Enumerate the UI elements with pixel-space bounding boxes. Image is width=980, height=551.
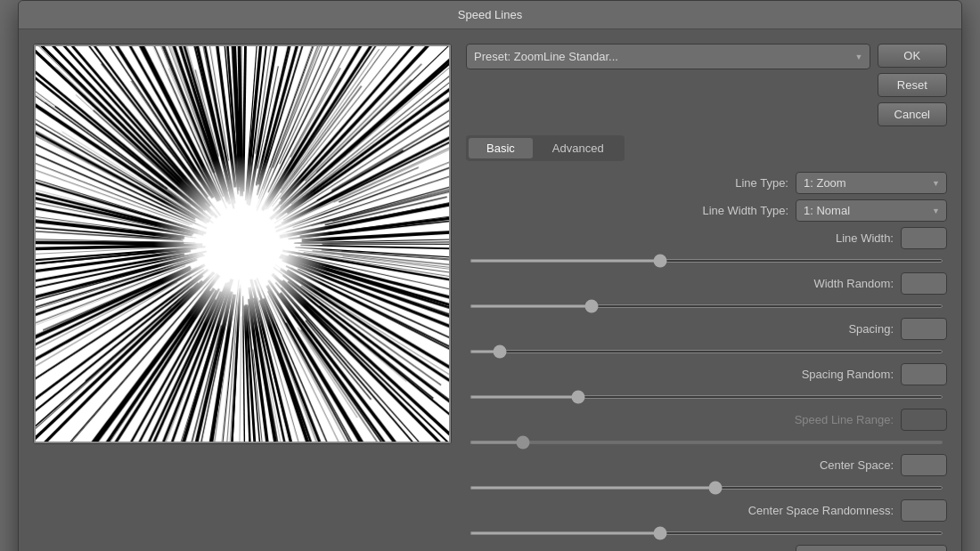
line-width-label: Line Width:: [769, 231, 894, 245]
reset-button[interactable]: Reset: [878, 73, 947, 97]
spacing-random-slider[interactable]: [470, 395, 943, 399]
action-buttons: OK Reset Cancel: [878, 44, 947, 126]
line-type-select[interactable]: 1: Zoom: [796, 172, 947, 194]
controls-panel: Preset: ZoomLine Standar... OK Reset Can…: [466, 44, 947, 551]
spacing-input[interactable]: 1: [901, 318, 947, 340]
speed-line-range-block: Speed Line Range: 5: [466, 409, 947, 452]
line-type-row: Line Type: 1: Zoom: [466, 172, 947, 194]
spacing-random-block: Spacing Random: 1.1: [466, 363, 947, 407]
width-random-input[interactable]: 12: [901, 272, 947, 295]
preset-select[interactable]: Preset: ZoomLine Standar...: [466, 44, 870, 69]
spacing-random-label: Spacing Random:: [769, 368, 894, 381]
speed-lines-dialog: Speed Lines Preset: ZoomLine Standar... …: [18, 0, 962, 551]
center-space-random-input[interactable]: 20.12: [901, 499, 947, 522]
width-random-label: Width Random:: [769, 277, 894, 290]
ok-button[interactable]: OK: [878, 44, 947, 68]
preview-zoom-row: Preview Zoom: 1/4: [466, 545, 947, 551]
line-width-type-row: Line Width Type: 1: Nomal: [466, 199, 947, 222]
tab-basic[interactable]: Basic: [469, 138, 533, 158]
speed-line-range-label: Speed Line Range:: [769, 413, 894, 426]
speed-line-range-input[interactable]: 5: [901, 409, 947, 431]
tab-advanced[interactable]: Advanced: [535, 138, 622, 158]
tabs-container: Basic Advanced: [466, 135, 625, 161]
center-space-input[interactable]: 26: [901, 454, 947, 476]
center-space-block: Center Space: 26: [466, 454, 947, 498]
width-random-block: Width Random: 12: [466, 272, 947, 316]
line-width-input[interactable]: 20: [901, 227, 947, 249]
line-width-type-label: Line Width Type:: [664, 204, 788, 217]
line-width-type-select[interactable]: 1: Nomal: [796, 199, 947, 222]
center-space-slider[interactable]: [470, 486, 943, 490]
spacing-slider[interactable]: [470, 350, 943, 353]
line-width-slider[interactable]: [470, 259, 943, 263]
center-space-random-label: Center Space Randomness:: [748, 504, 894, 517]
form-section: Line Type: 1: Zoom Line Width Type: 1: N…: [466, 172, 947, 551]
spacing-block: Spacing: 1: [466, 318, 947, 361]
preview-area: [33, 44, 452, 444]
center-space-random-slider[interactable]: [470, 531, 943, 535]
line-type-label: Line Type:: [664, 176, 788, 190]
line-width-block: Line Width: 20: [466, 227, 947, 271]
preview-canvas: [34, 45, 451, 443]
preview-zoom-select[interactable]: 1/4: [796, 545, 947, 551]
center-space-label: Center Space:: [769, 458, 894, 472]
cancel-button[interactable]: Cancel: [878, 102, 947, 126]
width-random-slider[interactable]: [470, 304, 943, 308]
spacing-label: Spacing:: [769, 322, 894, 336]
speed-line-range-slider[interactable]: [470, 441, 943, 444]
dialog-title: Speed Lines: [19, 1, 961, 29]
center-space-random-block: Center Space Randomness: 20.12: [466, 499, 947, 543]
spacing-random-input[interactable]: 1.1: [901, 363, 947, 385]
